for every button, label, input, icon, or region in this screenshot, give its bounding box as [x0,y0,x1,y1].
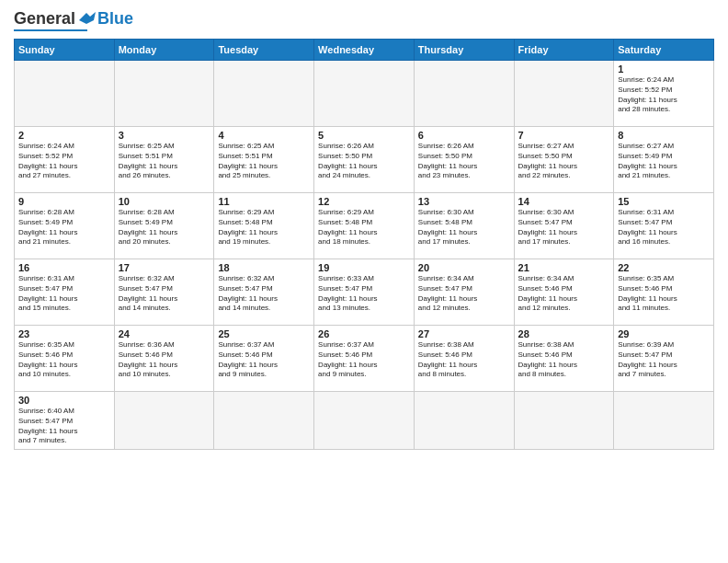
calendar-cell: 16Sunrise: 6:31 AMSunset: 5:47 PMDayligh… [15,259,115,326]
calendar-cell: 19Sunrise: 6:33 AMSunset: 5:47 PMDayligh… [314,259,415,326]
day-info: Sunrise: 6:26 AMSunset: 5:50 PMDaylight:… [418,142,510,181]
day-number: 23 [18,328,110,339]
calendar-cell: 13Sunrise: 6:30 AMSunset: 5:48 PMDayligh… [414,193,514,259]
logo-general-text: General [14,9,75,29]
day-number: 5 [318,130,410,141]
day-info: Sunrise: 6:31 AMSunset: 5:47 PMDaylight:… [618,208,710,247]
day-number: 6 [418,130,510,141]
day-number: 4 [218,130,310,141]
day-number: 21 [518,262,610,273]
calendar-cell [414,61,514,127]
calendar-week-5: 23Sunrise: 6:35 AMSunset: 5:46 PMDayligh… [15,326,714,392]
calendar-cell: 22Sunrise: 6:35 AMSunset: 5:46 PMDayligh… [614,259,714,326]
day-info: Sunrise: 6:40 AMSunset: 5:47 PMDaylight:… [18,407,110,446]
day-number: 17 [119,262,210,273]
day-info: Sunrise: 6:33 AMSunset: 5:47 PMDaylight:… [318,274,410,314]
calendar-header-monday: Monday [114,40,214,61]
calendar-header-wednesday: Wednesday [314,40,415,61]
calendar-cell: 12Sunrise: 6:29 AMSunset: 5:48 PMDayligh… [314,193,415,259]
day-number: 19 [318,262,410,273]
day-info: Sunrise: 6:36 AMSunset: 5:46 PMDaylight:… [119,340,210,380]
logo-blue-text: Blue [97,9,133,29]
calendar-week-3: 9Sunrise: 6:28 AMSunset: 5:49 PMDaylight… [15,193,714,259]
day-info: Sunrise: 6:35 AMSunset: 5:46 PMDaylight:… [18,340,110,380]
day-info: Sunrise: 6:30 AMSunset: 5:48 PMDaylight:… [418,208,510,247]
day-info: Sunrise: 6:37 AMSunset: 5:46 PMDaylight:… [218,340,310,380]
day-number: 18 [218,262,310,273]
day-info: Sunrise: 6:28 AMSunset: 5:49 PMDaylight:… [18,208,110,247]
calendar-header-row: SundayMondayTuesdayWednesdayThursdayFrid… [15,40,714,61]
day-number: 24 [119,328,210,339]
calendar-cell [614,392,714,450]
calendar-cell: 1Sunrise: 6:24 AMSunset: 5:52 PMDaylight… [614,61,714,127]
calendar-cell: 15Sunrise: 6:31 AMSunset: 5:47 PMDayligh… [614,193,714,259]
calendar-cell: 27Sunrise: 6:38 AMSunset: 5:46 PMDayligh… [414,326,514,392]
calendar-cell [514,61,614,127]
day-info: Sunrise: 6:29 AMSunset: 5:48 PMDaylight:… [318,208,410,247]
day-info: Sunrise: 6:35 AMSunset: 5:46 PMDaylight:… [618,274,710,314]
day-info: Sunrise: 6:28 AMSunset: 5:49 PMDaylight:… [119,208,210,247]
day-info: Sunrise: 6:26 AMSunset: 5:50 PMDaylight:… [318,142,410,181]
day-number: 29 [618,328,710,339]
calendar-table: SundayMondayTuesdayWednesdayThursdayFrid… [14,39,714,450]
calendar-header-thursday: Thursday [414,40,514,61]
day-number: 27 [418,328,510,339]
day-info: Sunrise: 6:24 AMSunset: 5:52 PMDaylight:… [18,142,110,181]
day-number: 22 [618,262,710,273]
day-number: 14 [518,196,610,207]
calendar-cell [114,392,214,450]
calendar-cell: 3Sunrise: 6:25 AMSunset: 5:51 PMDaylight… [114,127,214,193]
day-number: 15 [618,196,710,207]
day-number: 2 [18,130,110,141]
day-info: Sunrise: 6:31 AMSunset: 5:47 PMDaylight:… [18,274,110,314]
logo: General Blue [14,9,133,31]
day-number: 8 [618,130,710,141]
day-info: Sunrise: 6:29 AMSunset: 5:48 PMDaylight:… [218,208,310,247]
calendar-cell: 24Sunrise: 6:36 AMSunset: 5:46 PMDayligh… [114,326,214,392]
day-info: Sunrise: 6:24 AMSunset: 5:52 PMDaylight:… [618,75,710,115]
day-number: 20 [418,262,510,273]
header: General Blue [14,9,714,31]
calendar-week-6: 30Sunrise: 6:40 AMSunset: 5:47 PMDayligh… [15,392,714,450]
day-number: 7 [518,130,610,141]
calendar-header-tuesday: Tuesday [214,40,314,61]
day-info: Sunrise: 6:25 AMSunset: 5:51 PMDaylight:… [218,142,310,181]
svg-marker-0 [79,12,96,24]
calendar-header-saturday: Saturday [614,40,714,61]
calendar-cell [314,392,415,450]
day-info: Sunrise: 6:38 AMSunset: 5:46 PMDaylight:… [518,340,610,380]
calendar-week-1: 1Sunrise: 6:24 AMSunset: 5:52 PMDaylight… [15,61,714,127]
calendar-cell: 17Sunrise: 6:32 AMSunset: 5:47 PMDayligh… [114,259,214,326]
calendar-cell [114,61,214,127]
day-number: 9 [18,196,110,207]
day-number: 30 [18,395,110,406]
calendar-cell: 25Sunrise: 6:37 AMSunset: 5:46 PMDayligh… [214,326,314,392]
calendar-header-sunday: Sunday [15,40,115,61]
logo-bird-icon [77,11,97,28]
day-number: 13 [418,196,510,207]
calendar-cell [414,392,514,450]
day-number: 11 [218,196,310,207]
calendar-week-4: 16Sunrise: 6:31 AMSunset: 5:47 PMDayligh… [15,259,714,326]
day-info: Sunrise: 6:27 AMSunset: 5:50 PMDaylight:… [518,142,610,181]
calendar-cell: 6Sunrise: 6:26 AMSunset: 5:50 PMDaylight… [414,127,514,193]
calendar-cell: 7Sunrise: 6:27 AMSunset: 5:50 PMDaylight… [514,127,614,193]
day-number: 16 [18,262,110,273]
day-info: Sunrise: 6:37 AMSunset: 5:46 PMDaylight:… [318,340,410,380]
calendar-cell: 23Sunrise: 6:35 AMSunset: 5:46 PMDayligh… [15,326,115,392]
calendar-cell [214,61,314,127]
day-number: 1 [618,63,710,75]
day-number: 26 [318,328,410,339]
day-info: Sunrise: 6:32 AMSunset: 5:47 PMDaylight:… [119,274,210,314]
calendar-cell: 18Sunrise: 6:32 AMSunset: 5:47 PMDayligh… [214,259,314,326]
day-number: 3 [119,130,210,141]
day-info: Sunrise: 6:34 AMSunset: 5:46 PMDaylight:… [518,274,610,314]
page: General Blue SundayMondayTuesdayWednesda… [0,0,728,464]
day-info: Sunrise: 6:27 AMSunset: 5:49 PMDaylight:… [618,142,710,181]
calendar-cell: 5Sunrise: 6:26 AMSunset: 5:50 PMDaylight… [314,127,415,193]
logo-underline [14,29,87,31]
calendar-header-friday: Friday [514,40,614,61]
calendar-cell [314,61,415,127]
calendar-cell: 14Sunrise: 6:30 AMSunset: 5:47 PMDayligh… [514,193,614,259]
calendar-cell: 29Sunrise: 6:39 AMSunset: 5:47 PMDayligh… [614,326,714,392]
